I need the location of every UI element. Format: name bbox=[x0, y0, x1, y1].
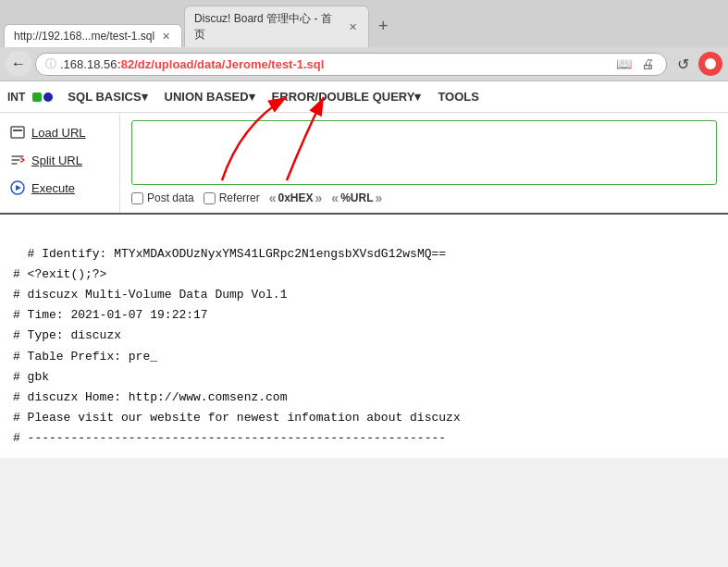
svg-rect-0 bbox=[11, 127, 24, 138]
post-data-checkbox[interactable] bbox=[131, 192, 143, 204]
url-input-area: Post data Referrer « 0xHEX » « %URL » bbox=[120, 113, 728, 213]
address-field[interactable]: ⓘ .168.18.56:82/dz/upload/data/Jerome/te… bbox=[35, 53, 667, 76]
output-line-6: # Table Prefix: pre_ bbox=[13, 350, 157, 364]
toolbar-dots bbox=[32, 92, 53, 102]
main-area: Load URL Split URL Execute Post data bbox=[0, 113, 728, 213]
toolbar-tools[interactable]: TOOLS bbox=[430, 86, 487, 107]
url-arrow-left: « bbox=[331, 191, 339, 205]
address-text: .168.18.56:82/dz/upload/data/Jerome/test… bbox=[60, 57, 610, 71]
output-line-7: # gbk bbox=[13, 370, 49, 384]
execute-icon bbox=[9, 179, 26, 196]
referrer-checkbox-label[interactable]: Referrer bbox=[204, 191, 260, 204]
sidebar-item-execute[interactable]: Execute bbox=[0, 174, 119, 202]
new-tab-button[interactable]: + bbox=[371, 13, 396, 40]
url-options-row: Post data Referrer « 0xHEX » « %URL » bbox=[131, 191, 717, 205]
output-area: # Identify: MTYxMDAxODUzNyxYMS41LGRpc2N1… bbox=[0, 213, 728, 458]
toolbar-left: INT bbox=[7, 91, 25, 104]
split-url-label: Split URL bbox=[31, 154, 82, 167]
execute-label: Execute bbox=[31, 181, 75, 195]
load-url-icon bbox=[9, 124, 26, 141]
secure-icon: ⓘ bbox=[45, 56, 56, 72]
tab-2-close[interactable]: ✕ bbox=[347, 21, 359, 33]
url-textarea[interactable] bbox=[131, 120, 717, 185]
url-encode-button[interactable]: « %URL » bbox=[331, 191, 382, 205]
post-data-label: Post data bbox=[147, 191, 194, 204]
dot-green bbox=[32, 92, 42, 102]
toolbar-int-label: INT bbox=[7, 91, 25, 104]
sidebar: Load URL Split URL Execute bbox=[0, 113, 120, 213]
url-arrow-right: » bbox=[375, 191, 382, 205]
back-button[interactable]: ← bbox=[6, 51, 31, 77]
dot-blue bbox=[43, 92, 53, 102]
reader-icon[interactable]: 📖 bbox=[613, 56, 635, 71]
toolbar-error-double[interactable]: ERROR/DOUBLE QUERY▾ bbox=[265, 86, 429, 107]
sidebar-item-split-url[interactable]: Split URL bbox=[0, 146, 119, 174]
post-data-checkbox-label[interactable]: Post data bbox=[131, 191, 194, 204]
output-line-4: # Time: 2021-01-07 19:22:17 bbox=[13, 308, 208, 322]
url-port-path: :82/dz/upload/data/Jerome/test-1.sql bbox=[117, 57, 324, 71]
hex-arrow-right: » bbox=[315, 191, 323, 205]
sidebar-item-load-url[interactable]: Load URL bbox=[0, 118, 119, 146]
stop-icon bbox=[705, 58, 716, 69]
address-bar-row: ← ⓘ .168.18.56:82/dz/upload/data/Jerome/… bbox=[0, 47, 728, 81]
hex-encode-button[interactable]: « 0xHEX » bbox=[269, 191, 323, 205]
toolbar: INT SQL BASICS▾ UNION BASED▾ ERROR/DOUBL… bbox=[0, 81, 728, 113]
output-line-1: # Identify: MTYxMDAxODUzNyxYMS41LGRpc2N1… bbox=[28, 247, 446, 261]
tab-2[interactable]: Discuz! Board 管理中心 - 首页 ✕ bbox=[184, 6, 369, 47]
load-url-label: Load URL bbox=[31, 126, 86, 140]
svg-rect-1 bbox=[13, 129, 22, 131]
tab-1-label: http://192.168...me/test-1.sql bbox=[14, 30, 154, 43]
tab-1[interactable]: http://192.168...me/test-1.sql ✕ bbox=[4, 24, 182, 47]
stop-button[interactable] bbox=[698, 52, 722, 76]
browser-tabs: http://192.168...me/test-1.sql ✕ Discuz!… bbox=[0, 0, 728, 47]
split-url-icon bbox=[9, 152, 26, 168]
referrer-checkbox[interactable] bbox=[204, 192, 216, 204]
hex-arrow-left: « bbox=[269, 191, 277, 205]
hex-label: 0xHEX bbox=[278, 191, 314, 204]
toolbar-union-based[interactable]: UNION BASED▾ bbox=[157, 86, 263, 107]
output-line-9: # Please visit our website for newest in… bbox=[13, 411, 461, 425]
tab-1-close[interactable]: ✕ bbox=[160, 31, 172, 43]
toolbar-sql-basics[interactable]: SQL BASICS▾ bbox=[60, 86, 154, 107]
print-icon[interactable]: 🖨 bbox=[638, 56, 657, 71]
output-line-10: # --------------------------------------… bbox=[13, 431, 446, 445]
output-line-5: # Type: discuzx bbox=[13, 328, 121, 342]
reload-button[interactable]: ↺ bbox=[671, 52, 695, 76]
svg-marker-3 bbox=[16, 185, 21, 191]
output-line-8: # discuzx Home: http://www.comsenz.com bbox=[13, 390, 287, 404]
output-line-3: # discuzx Multi-Volume Data Dump Vol.1 bbox=[13, 288, 287, 302]
url-prefix: .168.18.56 bbox=[60, 57, 117, 71]
output-line-2: # <?exit();?> bbox=[13, 267, 106, 281]
url-label: %URL bbox=[340, 191, 373, 204]
referrer-label: Referrer bbox=[219, 191, 260, 204]
tab-2-label: Discuz! Board 管理中心 - 首页 bbox=[194, 11, 341, 43]
